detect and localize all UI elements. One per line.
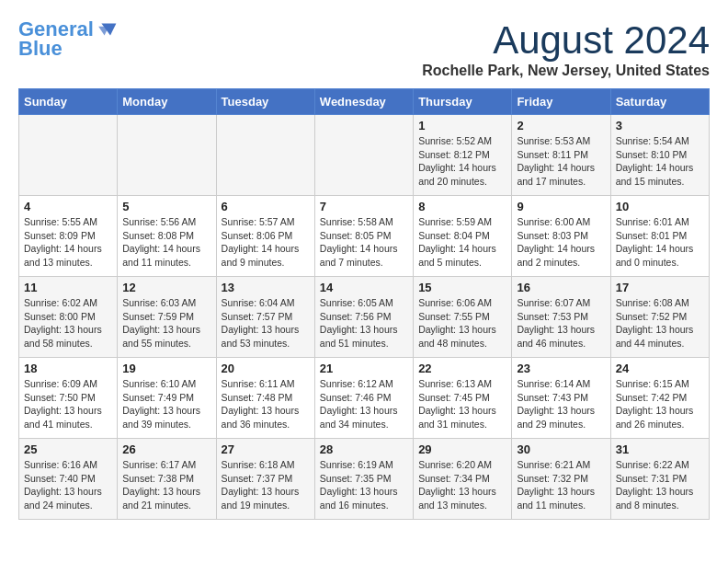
cell-sun-info: Sunrise: 5:54 AM Sunset: 8:10 PM Dayligh… (616, 134, 704, 189)
calendar-week-row: 18Sunrise: 6:09 AM Sunset: 7:50 PM Dayli… (19, 358, 710, 439)
weekday-header: Thursday (414, 89, 512, 115)
location-label: Rochelle Park, New Jersey, United States (422, 63, 710, 79)
day-number: 22 (418, 362, 506, 375)
calendar-cell: 13Sunrise: 6:04 AM Sunset: 7:57 PM Dayli… (216, 277, 314, 358)
weekday-header: Sunday (19, 89, 118, 115)
day-number: 31 (616, 442, 704, 456)
cell-sun-info: Sunrise: 6:16 AM Sunset: 7:40 PM Dayligh… (24, 458, 112, 512)
day-number: 4 (24, 200, 112, 213)
cell-sun-info: Sunrise: 5:53 AM Sunset: 8:11 PM Dayligh… (517, 134, 605, 189)
calendar-cell: 6Sunrise: 5:57 AM Sunset: 8:06 PM Daylig… (216, 196, 314, 277)
cell-sun-info: Sunrise: 6:21 AM Sunset: 7:32 PM Dayligh… (517, 458, 605, 512)
calendar-cell: 14Sunrise: 6:05 AM Sunset: 7:56 PM Dayli… (314, 277, 413, 358)
day-number: 25 (24, 442, 112, 456)
cell-sun-info: Sunrise: 6:09 AM Sunset: 7:50 PM Dayligh… (24, 377, 112, 431)
calendar-cell: 8Sunrise: 5:59 AM Sunset: 8:04 PM Daylig… (414, 196, 512, 277)
weekday-header: Saturday (610, 89, 709, 115)
weekday-header: Friday (512, 89, 610, 115)
day-number: 5 (122, 200, 210, 213)
cell-sun-info: Sunrise: 6:19 AM Sunset: 7:35 PM Dayligh… (320, 458, 408, 512)
cell-sun-info: Sunrise: 6:12 AM Sunset: 7:46 PM Dayligh… (320, 377, 408, 431)
calendar-cell: 20Sunrise: 6:11 AM Sunset: 7:48 PM Dayli… (216, 358, 314, 439)
calendar-cell: 16Sunrise: 6:07 AM Sunset: 7:53 PM Dayli… (512, 277, 610, 358)
day-number: 29 (418, 442, 506, 456)
calendar-cell: 7Sunrise: 5:58 AM Sunset: 8:05 PM Daylig… (314, 196, 413, 277)
day-number: 14 (320, 281, 408, 294)
calendar-cell: 21Sunrise: 6:12 AM Sunset: 7:46 PM Dayli… (314, 358, 413, 439)
calendar-cell: 29Sunrise: 6:20 AM Sunset: 7:34 PM Dayli… (414, 439, 512, 520)
title-block: August 2024 Rochelle Park, New Jersey, U… (422, 18, 710, 79)
calendar-cell: 30Sunrise: 6:21 AM Sunset: 7:32 PM Dayli… (512, 439, 610, 520)
day-number: 18 (24, 362, 112, 375)
weekday-header: Tuesday (216, 89, 314, 115)
day-number: 20 (222, 362, 310, 375)
day-number: 15 (418, 281, 506, 294)
calendar-cell: 15Sunrise: 6:06 AM Sunset: 7:55 PM Dayli… (414, 277, 512, 358)
calendar-table: SundayMondayTuesdayWednesdayThursdayFrid… (18, 88, 710, 520)
calendar-week-row: 25Sunrise: 6:16 AM Sunset: 7:40 PM Dayli… (19, 439, 710, 520)
calendar-cell: 27Sunrise: 6:18 AM Sunset: 7:37 PM Dayli… (216, 439, 314, 520)
calendar-cell (314, 115, 413, 196)
calendar-cell: 28Sunrise: 6:19 AM Sunset: 7:35 PM Dayli… (314, 439, 413, 520)
day-number: 17 (616, 281, 704, 294)
cell-sun-info: Sunrise: 6:03 AM Sunset: 7:59 PM Dayligh… (122, 296, 210, 350)
day-number: 24 (616, 362, 704, 375)
day-number: 9 (517, 200, 605, 213)
calendar-cell: 3Sunrise: 5:54 AM Sunset: 8:10 PM Daylig… (610, 115, 709, 196)
month-year-title: August 2024 (422, 18, 710, 63)
calendar-cell: 19Sunrise: 6:10 AM Sunset: 7:49 PM Dayli… (118, 358, 216, 439)
cell-sun-info: Sunrise: 5:57 AM Sunset: 8:06 PM Dayligh… (222, 215, 310, 270)
cell-sun-info: Sunrise: 6:15 AM Sunset: 7:42 PM Dayligh… (616, 377, 704, 431)
cell-sun-info: Sunrise: 6:08 AM Sunset: 7:52 PM Dayligh… (616, 296, 704, 350)
calendar-cell: 10Sunrise: 6:01 AM Sunset: 8:01 PM Dayli… (610, 196, 709, 277)
cell-sun-info: Sunrise: 6:10 AM Sunset: 7:49 PM Dayligh… (122, 377, 210, 431)
calendar-cell (216, 115, 314, 196)
calendar-cell (118, 115, 216, 196)
cell-sun-info: Sunrise: 5:56 AM Sunset: 8:08 PM Dayligh… (122, 215, 210, 270)
calendar-week-row: 11Sunrise: 6:02 AM Sunset: 8:00 PM Dayli… (19, 277, 710, 358)
cell-sun-info: Sunrise: 5:55 AM Sunset: 8:09 PM Dayligh… (24, 215, 112, 270)
calendar-cell: 9Sunrise: 6:00 AM Sunset: 8:03 PM Daylig… (512, 196, 610, 277)
day-number: 6 (222, 200, 310, 213)
cell-sun-info: Sunrise: 6:06 AM Sunset: 7:55 PM Dayligh… (418, 296, 506, 350)
cell-sun-info: Sunrise: 6:01 AM Sunset: 8:01 PM Dayligh… (616, 215, 704, 270)
day-number: 26 (122, 442, 210, 456)
calendar-cell (19, 115, 118, 196)
day-number: 3 (616, 119, 704, 132)
day-number: 10 (616, 200, 704, 213)
cell-sun-info: Sunrise: 6:02 AM Sunset: 8:00 PM Dayligh… (24, 296, 112, 350)
cell-sun-info: Sunrise: 6:18 AM Sunset: 7:37 PM Dayligh… (222, 458, 310, 512)
weekday-header: Wednesday (314, 89, 413, 115)
calendar-cell: 12Sunrise: 6:03 AM Sunset: 7:59 PM Dayli… (118, 277, 216, 358)
cell-sun-info: Sunrise: 6:13 AM Sunset: 7:45 PM Dayligh… (418, 377, 506, 431)
logo: General Blue (18, 18, 118, 61)
calendar-cell: 22Sunrise: 6:13 AM Sunset: 7:45 PM Dayli… (414, 358, 512, 439)
day-number: 27 (222, 442, 310, 456)
cell-sun-info: Sunrise: 5:58 AM Sunset: 8:05 PM Dayligh… (320, 215, 408, 270)
calendar-cell: 2Sunrise: 5:53 AM Sunset: 8:11 PM Daylig… (512, 115, 610, 196)
day-number: 19 (122, 362, 210, 375)
calendar-cell: 24Sunrise: 6:15 AM Sunset: 7:42 PM Dayli… (610, 358, 709, 439)
cell-sun-info: Sunrise: 6:17 AM Sunset: 7:38 PM Dayligh… (122, 458, 210, 512)
calendar-cell: 11Sunrise: 6:02 AM Sunset: 8:00 PM Dayli… (19, 277, 118, 358)
day-number: 2 (517, 119, 605, 132)
cell-sun-info: Sunrise: 5:59 AM Sunset: 8:04 PM Dayligh… (418, 215, 506, 270)
day-number: 7 (320, 200, 408, 213)
cell-sun-info: Sunrise: 6:04 AM Sunset: 7:57 PM Dayligh… (222, 296, 310, 350)
cell-sun-info: Sunrise: 6:14 AM Sunset: 7:43 PM Dayligh… (517, 377, 605, 431)
calendar-cell: 31Sunrise: 6:22 AM Sunset: 7:31 PM Dayli… (610, 439, 709, 520)
day-number: 11 (24, 281, 112, 294)
calendar-cell: 4Sunrise: 5:55 AM Sunset: 8:09 PM Daylig… (19, 196, 118, 277)
calendar-cell: 26Sunrise: 6:17 AM Sunset: 7:38 PM Dayli… (118, 439, 216, 520)
calendar-cell: 1Sunrise: 5:52 AM Sunset: 8:12 PM Daylig… (414, 115, 512, 196)
day-number: 28 (320, 442, 408, 456)
calendar-header-row: SundayMondayTuesdayWednesdayThursdayFrid… (19, 89, 710, 115)
calendar-week-row: 1Sunrise: 5:52 AM Sunset: 8:12 PM Daylig… (19, 115, 710, 196)
day-number: 21 (320, 362, 408, 375)
logo-icon (96, 18, 118, 40)
calendar-week-row: 4Sunrise: 5:55 AM Sunset: 8:09 PM Daylig… (19, 196, 710, 277)
cell-sun-info: Sunrise: 6:22 AM Sunset: 7:31 PM Dayligh… (616, 458, 704, 512)
cell-sun-info: Sunrise: 6:11 AM Sunset: 7:48 PM Dayligh… (222, 377, 310, 431)
calendar-cell: 17Sunrise: 6:08 AM Sunset: 7:52 PM Dayli… (610, 277, 709, 358)
day-number: 16 (517, 281, 605, 294)
